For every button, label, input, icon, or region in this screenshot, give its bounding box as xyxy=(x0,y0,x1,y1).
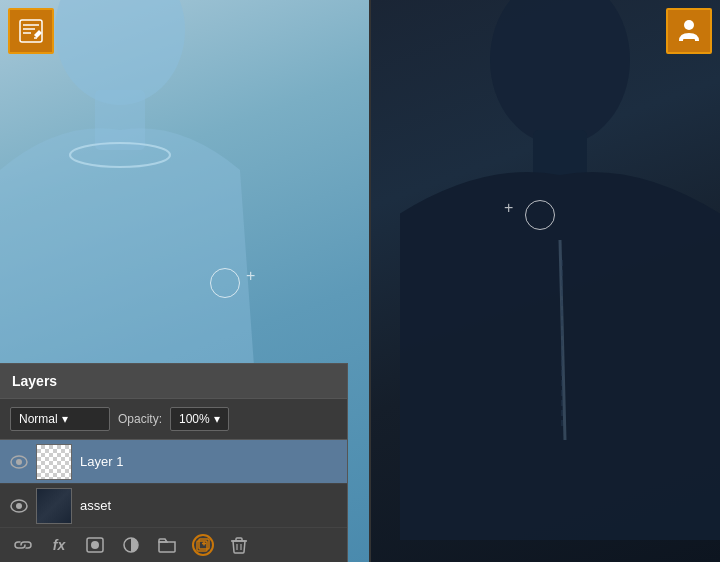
svg-point-20 xyxy=(91,541,99,549)
delete-layer-button[interactable] xyxy=(228,534,250,556)
layer-name-layer1: Layer 1 xyxy=(80,454,337,469)
asset-thumbnail-image xyxy=(37,489,71,523)
edit-icon xyxy=(17,17,45,45)
mannequin-right-svg xyxy=(400,0,720,540)
layers-toolbar: fx xyxy=(0,528,347,562)
svg-point-18 xyxy=(16,503,22,509)
svg-point-12 xyxy=(684,20,694,30)
layers-panel-header: Layers xyxy=(0,364,347,399)
blend-mode-value: Normal xyxy=(19,412,58,426)
crosshair-right xyxy=(525,200,555,230)
canvas-area: Layers Normal ▾ Opacity: 100% ▾ xyxy=(0,0,720,562)
checkerboard-pattern xyxy=(37,445,71,479)
opacity-val: 100% xyxy=(179,412,210,426)
layer-visibility-layer1[interactable] xyxy=(10,455,28,469)
blend-mode-dropdown[interactable]: Normal ▾ xyxy=(10,407,110,431)
new-group-button[interactable] xyxy=(156,534,178,556)
panel-divider xyxy=(369,0,371,562)
svg-point-16 xyxy=(16,459,22,465)
blend-mode-arrow: ▾ xyxy=(62,412,68,426)
blend-opacity-row: Normal ▾ Opacity: 100% ▾ xyxy=(0,399,347,440)
layers-title: Layers xyxy=(12,373,57,389)
opacity-arrow: ▾ xyxy=(214,412,220,426)
add-mask-button[interactable] xyxy=(84,534,106,556)
opacity-input[interactable]: 100% ▾ xyxy=(170,407,229,431)
add-layer-style-button[interactable]: fx xyxy=(48,534,70,556)
layer-name-asset: asset xyxy=(80,498,337,513)
crosshair-left xyxy=(210,268,240,298)
fx-label: fx xyxy=(53,537,65,553)
stamp-icon xyxy=(675,17,703,45)
link-layers-button[interactable] xyxy=(12,534,34,556)
layer-visibility-asset[interactable] xyxy=(10,499,28,513)
opacity-label: Opacity: xyxy=(118,412,162,426)
layer-thumbnail-asset xyxy=(36,488,72,524)
layer-item-asset[interactable]: asset xyxy=(0,484,347,528)
svg-rect-14 xyxy=(681,41,697,43)
top-right-button[interactable] xyxy=(666,8,712,54)
layer-item-layer1[interactable]: Layer 1 xyxy=(0,440,347,484)
svg-point-0 xyxy=(55,0,185,105)
new-layer-button[interactable] xyxy=(192,534,214,556)
svg-point-3 xyxy=(490,0,630,145)
layers-panel: Layers Normal ▾ Opacity: 100% ▾ xyxy=(0,363,348,562)
top-left-button[interactable] xyxy=(8,8,54,54)
new-adjustment-layer-button[interactable] xyxy=(120,534,142,556)
layer-thumbnail-layer1 xyxy=(36,444,72,480)
right-canvas-panel xyxy=(370,0,720,562)
